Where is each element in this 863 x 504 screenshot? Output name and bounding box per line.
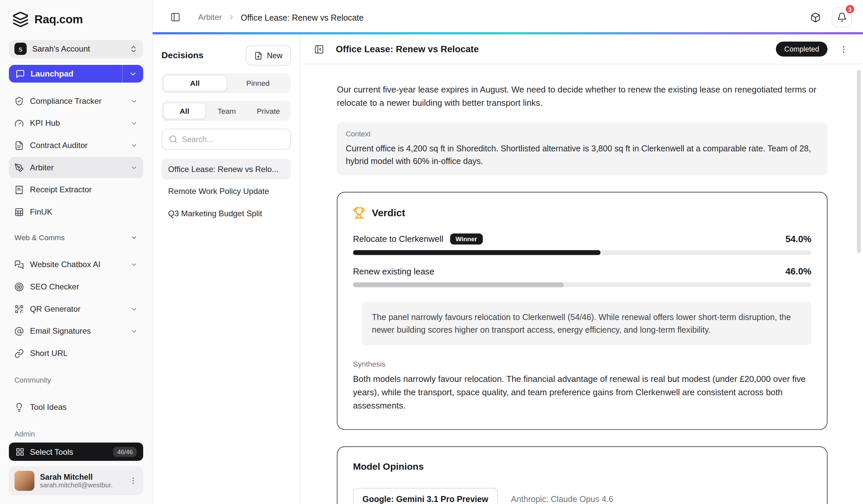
sidebar-group-web-comms[interactable]: Web & Comms (14, 234, 138, 242)
sidebar-nav-web-comms: Website Chatbox AI SEO Checker QR Genera… (9, 254, 143, 364)
progress-track (353, 282, 811, 287)
breadcrumb-parent[interactable]: Arbiter (198, 13, 222, 22)
tab-model-claude[interactable]: Anthropic: Claude Opus 4.6 (509, 488, 616, 504)
sidebar-item-compliance-tracker[interactable]: Compliance Tracker (9, 90, 143, 112)
chevrons-up-down-icon (129, 45, 138, 53)
notifications-button[interactable]: 3 (832, 7, 852, 27)
account-switcher[interactable]: s Sarah's Account (9, 40, 143, 58)
sidebar-item-finuk[interactable]: FinUK (9, 202, 143, 222)
verdict-option-runner-up: Renew existing lease 46.0% (353, 266, 811, 287)
select-tools-button[interactable]: Select Tools 46/46 (9, 443, 143, 461)
sidebar-item-email-signatures[interactable]: Email Signatures (9, 321, 143, 342)
tab-scope-private[interactable]: Private (247, 102, 289, 119)
user-email: sarah.mitchell@westbur... (40, 481, 113, 489)
account-name: Sarah's Account (32, 44, 124, 54)
model-opinions-title: Model Opinions (353, 461, 811, 472)
target-icon (14, 282, 24, 292)
breadcrumb-current: Office Lease: Renew vs Relocate (241, 13, 364, 22)
decisions-title: Decisions (162, 51, 203, 61)
tab-all[interactable]: All (163, 75, 227, 91)
progress-track (353, 250, 811, 255)
list-item[interactable]: Q3 Marketing Budget Split (162, 203, 291, 224)
sidebar-toggle-button[interactable] (166, 8, 185, 27)
messages-icon (14, 260, 24, 270)
winner-badge: Winner (450, 234, 483, 245)
sidebar-item-label: Tool Ideas (30, 403, 66, 412)
search-box (162, 129, 291, 150)
panel-collapse-button[interactable] (310, 40, 328, 58)
document-icon (14, 141, 24, 150)
user-menu-button[interactable] (129, 476, 138, 486)
sidebar-item-website-chatbox-ai[interactable]: Website Chatbox AI (9, 254, 143, 275)
sidebar-item-seo-checker[interactable]: SEO Checker (9, 276, 143, 297)
gauge-icon (14, 118, 24, 128)
tab-scope-team[interactable]: Team (206, 102, 247, 119)
qr-code-icon (14, 305, 24, 314)
launchpad-label: Launchpad (30, 69, 74, 78)
synthesis-label: Synthesis (353, 360, 811, 368)
sidebar-item-receipt-extractor[interactable]: Receipt Extractor (9, 179, 143, 200)
decisions-panel: Decisions New All Pinned All Team Privat… (152, 34, 300, 504)
receipt-icon (14, 185, 24, 194)
more-options-button[interactable] (835, 41, 852, 57)
context-text: Current office is 4,200 sq ft in Shoredi… (346, 142, 818, 167)
sidebar-item-qr-generator[interactable]: QR Generator (9, 298, 143, 319)
sidebar-item-tool-ideas[interactable]: Tool Ideas (9, 397, 143, 417)
decision-list: Office Lease: Renew vs Relo... Remote Wo… (162, 159, 291, 224)
context-box: Context Current office is 4,200 sq ft in… (337, 122, 828, 175)
chevron-down-icon (130, 164, 138, 171)
sidebar-nav: Compliance Tracker KPI Hub Contract Audi… (9, 90, 143, 222)
user-meta: Sarah Mitchell sarah.mitchell@westbur... (40, 473, 113, 489)
launchpad-expand-button[interactable] (122, 65, 143, 82)
sidebar-item-short-url[interactable]: Short URL (9, 343, 143, 364)
sidebar-item-kpi-hub[interactable]: KPI Hub (9, 113, 143, 134)
sidebar: Raq.com s Sarah's Account Launchpad (0, 0, 152, 504)
logo[interactable]: Raq.com (9, 11, 143, 28)
model-opinions-card: Model Opinions Google: Gemini 3.1 Pro Pr… (337, 446, 828, 504)
tab-model-gemini[interactable]: Google: Gemini 3.1 Pro Preview (353, 488, 498, 504)
main-column: Arbiter Office Lease: Renew vs Relocate … (152, 0, 863, 504)
user-card[interactable]: Sarah Mitchell sarah.mitchell@westbur... (9, 466, 143, 495)
sidebar-item-label: Short URL (30, 349, 67, 358)
list-item[interactable]: Remote Work Policy Update (162, 181, 291, 202)
pen-tool-icon (14, 163, 24, 172)
content-row: Decisions New All Pinned All Team Privat… (152, 34, 863, 504)
user-name: Sarah Mitchell (40, 473, 113, 481)
progress-fill (353, 282, 564, 287)
select-tools-label: Select Tools (30, 448, 73, 456)
document-scroll-area: Our current five-year lease expires in A… (300, 64, 863, 504)
layers-logo-icon (12, 11, 29, 28)
sidebar-item-contract-auditor[interactable]: Contract Auditor (9, 135, 143, 156)
option-percentage: 54.0% (785, 234, 811, 245)
progress-fill (353, 250, 600, 255)
package-button[interactable] (805, 7, 825, 27)
list-item[interactable]: Office Lease: Renew vs Relo... (162, 159, 291, 180)
logo-text: Raq.com (34, 13, 83, 26)
sidebar-item-label: Website Chatbox AI (30, 260, 101, 269)
sidebar-item-arbiter[interactable]: Arbiter (9, 157, 143, 178)
at-sign-icon (14, 327, 24, 336)
search-icon (169, 135, 178, 144)
grid-icon (16, 448, 25, 456)
tab-scope-all[interactable]: All (163, 102, 206, 119)
tools-count-badge: 46/46 (114, 447, 137, 457)
chevron-down-icon (130, 306, 138, 313)
option-percentage: 46.0% (785, 266, 811, 277)
new-decision-button[interactable]: New (246, 46, 291, 66)
sidebar-nav-community: Tool Ideas (9, 397, 143, 417)
filter-tabs-scope: All Team Private (162, 101, 291, 121)
link-icon (14, 349, 24, 358)
sidebar-item-label: Contract Auditor (30, 141, 88, 150)
sidebar-item-label: Receipt Extractor (30, 185, 91, 194)
search-input[interactable] (182, 135, 284, 144)
page-title: Office Lease: Renew vs Relocate (336, 44, 479, 54)
document-header: Office Lease: Renew vs Relocate Complete… (300, 34, 863, 64)
scrollbar[interactable] (857, 70, 861, 253)
sidebar-item-label: KPI Hub (30, 119, 60, 128)
launchpad-button[interactable]: Launchpad (9, 65, 143, 82)
topbar-actions: 3 (805, 7, 852, 27)
chevron-right-icon (227, 13, 235, 21)
tab-pinned[interactable]: Pinned (227, 75, 289, 91)
table-icon (14, 207, 24, 217)
sidebar-item-label: Arbiter (30, 163, 54, 172)
